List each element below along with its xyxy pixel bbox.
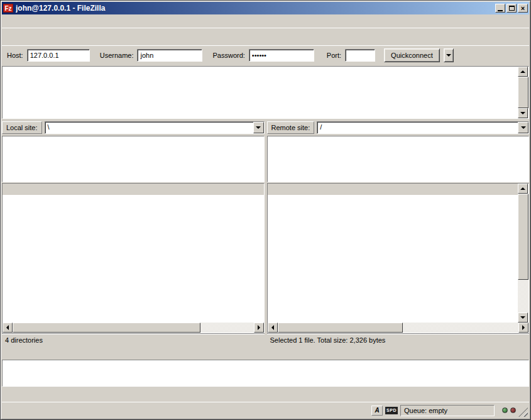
chevron-down-icon [446, 54, 451, 57]
remote-list-header [268, 184, 518, 195]
quickconnect-dropdown-button[interactable] [444, 48, 454, 62]
local-site-label: Local site: [2, 121, 42, 134]
triangle-down-icon [520, 316, 525, 319]
remote-site-combobox[interactable]: / [317, 121, 529, 134]
local-file-list [2, 183, 265, 333]
scrollbar-thumb[interactable] [518, 77, 528, 108]
remote-status-text: Selected 1 file. Total size: 2,326 bytes [267, 333, 530, 346]
local-horizontal-scrollbar[interactable] [3, 323, 264, 333]
close-button[interactable]: × [518, 4, 528, 13]
host-label: Host: [7, 52, 23, 59]
filezilla-window: Fz john@127.0.0.1 - FileZilla × Host: Us… [0, 0, 531, 420]
transfer-queue [2, 348, 529, 402]
remote-file-list [267, 183, 530, 333]
scrollbar-track[interactable] [518, 280, 528, 312]
remote-vertical-scrollbar[interactable] [518, 184, 528, 323]
password-label: Password: [212, 52, 244, 59]
receive-activity-led-icon [502, 407, 508, 413]
triangle-down-icon [520, 112, 525, 114]
scroll-down-button[interactable] [518, 108, 528, 118]
status-bar: A SPD Queue: empty [2, 402, 529, 418]
local-site-combobox[interactable]: \ [45, 121, 265, 134]
queue-tabs [2, 387, 529, 402]
username-label: Username: [100, 52, 134, 59]
speed-limit-indicator-icon: SPD [385, 407, 398, 414]
scroll-right-button[interactable] [518, 323, 528, 333]
window-title: john@127.0.0.1 - FileZilla [16, 4, 494, 13]
toolbar [2, 28, 529, 45]
remote-horizontal-scrollbar[interactable] [268, 323, 529, 333]
local-list-header [3, 184, 264, 195]
data-type-indicator-icon: A [371, 406, 383, 416]
chevron-down-icon [256, 126, 261, 129]
scroll-up-button[interactable] [518, 184, 528, 194]
scrollbar-track[interactable] [403, 323, 518, 333]
resize-grip[interactable] [518, 407, 528, 417]
triangle-right-icon [258, 325, 260, 330]
triangle-right-icon [522, 325, 525, 330]
host-input[interactable] [27, 49, 90, 62]
scroll-down-button[interactable] [518, 312, 528, 323]
scrollbar-thumb[interactable] [278, 323, 403, 333]
scroll-left-button[interactable] [268, 323, 278, 333]
message-log [2, 66, 529, 119]
menu-bar [2, 14, 529, 28]
local-site-bar: Local site: \ [2, 121, 265, 136]
scroll-left-button[interactable] [3, 323, 13, 333]
quickconnect-bar: Host: Username: Password: Port: Quickcon… [2, 45, 529, 65]
main-panes: Local site: \ [2, 121, 529, 346]
queue-body [2, 360, 529, 387]
message-log-lines [3, 67, 518, 118]
send-activity-led-icon [510, 407, 516, 413]
local-site-dropdown-button[interactable] [253, 122, 264, 133]
triangle-left-icon [6, 325, 9, 330]
scrollbar-thumb[interactable] [13, 323, 200, 333]
chevron-down-icon [521, 126, 526, 129]
local-pane: Local site: \ [2, 121, 265, 346]
local-site-value: \ [45, 122, 253, 133]
maximize-button[interactable] [506, 4, 517, 13]
filezilla-icon: Fz [3, 4, 13, 13]
quickconnect-button[interactable]: Quickconnect [384, 48, 440, 62]
minimize-button[interactable] [495, 4, 505, 13]
username-input[interactable] [137, 49, 202, 62]
queue-header [2, 348, 529, 360]
titlebar: Fz john@127.0.0.1 - FileZilla × [2, 2, 529, 14]
scroll-up-button[interactable] [518, 67, 528, 77]
local-status-text: 4 directories [2, 333, 265, 346]
remote-list-body [268, 195, 518, 323]
remote-pane: Remote site: / [267, 121, 530, 346]
scrollbar-thumb[interactable] [518, 194, 528, 280]
remote-site-label: Remote site: [267, 121, 315, 134]
triangle-up-icon [520, 187, 525, 190]
local-tree [2, 136, 265, 182]
remote-site-dropdown-button[interactable] [518, 122, 528, 133]
password-input[interactable] [249, 49, 314, 62]
quickconnect-button-label: Quickconnect [391, 52, 433, 59]
triangle-left-icon [271, 325, 274, 330]
port-label: Port: [327, 52, 341, 59]
remote-site-bar: Remote site: / [267, 121, 530, 136]
log-vertical-scrollbar[interactable] [518, 67, 528, 118]
remote-tree [267, 136, 530, 182]
local-list-body [3, 195, 264, 323]
remote-site-value: / [317, 122, 518, 133]
scrollbar-track[interactable] [200, 323, 253, 333]
port-input[interactable] [345, 49, 375, 62]
queue-status-text: Queue: empty [400, 405, 495, 416]
triangle-up-icon [520, 70, 525, 73]
scroll-right-button[interactable] [254, 323, 264, 333]
